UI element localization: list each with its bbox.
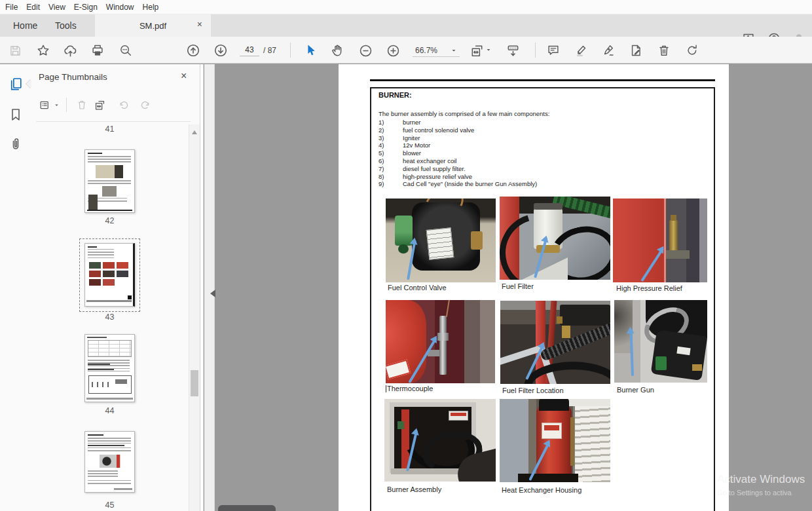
activate-windows-subtext: Go to Settings to activa — [717, 489, 792, 497]
share-cloud-icon[interactable] — [61, 41, 79, 60]
fit-width-icon[interactable] — [468, 41, 486, 60]
photo-caption: Burner Gun — [617, 386, 654, 394]
tab-tools[interactable]: Tools — [51, 14, 81, 37]
edit-pdf-icon[interactable] — [627, 41, 646, 60]
thumbnail-page-44[interactable] — [84, 334, 135, 402]
tab-bar: Home Tools SM.pdf × — [0, 14, 812, 37]
menu-bar: File Edit View E-Sign Window Help — [0, 0, 812, 14]
close-icon[interactable]: × — [181, 70, 187, 82]
next-page-icon[interactable] — [212, 41, 230, 60]
photo-caption: Burner Assembly — [387, 485, 441, 493]
panel-scrollbar[interactable] — [189, 124, 200, 511]
menu-edit[interactable]: Edit — [26, 3, 40, 12]
save-icon[interactable] — [6, 41, 24, 60]
page-scroll-icon[interactable] — [504, 41, 522, 60]
star-icon[interactable] — [34, 41, 52, 60]
page-count-label: / 87 — [263, 46, 276, 55]
thumbnails-panel-icon[interactable] — [8, 76, 25, 93]
horizontal-scrollbar-thumb[interactable] — [218, 505, 276, 511]
zoom-out-icon[interactable] — [356, 41, 375, 60]
component-list: 1)burner 2)fuel control solenoid valve 3… — [378, 119, 614, 188]
bookmarks-panel-icon[interactable] — [8, 107, 25, 124]
main-toolbar: / 87 66.7% — [0, 37, 812, 64]
delete-pages-icon[interactable] — [655, 41, 673, 60]
attachments-panel-icon[interactable] — [8, 136, 25, 153]
photo-heat-exchanger-housing — [500, 399, 610, 482]
photo-burner-assembly — [384, 399, 496, 482]
photo-caption: Fuel Filter Location — [502, 387, 564, 394]
rotate-cw-icon[interactable] — [137, 97, 153, 113]
highlight-icon[interactable] — [572, 41, 591, 60]
photo-caption: High Pressure Relief — [616, 284, 682, 292]
photo-caption: Heat Exchanger Housing — [502, 486, 581, 494]
rotate-page-icon[interactable] — [683, 41, 701, 60]
caret-down-icon — [451, 47, 457, 54]
menu-file[interactable]: File — [5, 3, 18, 12]
menu-esign[interactable]: E-Sign — [74, 3, 98, 12]
thumbnail-label-43: 43 — [84, 312, 135, 322]
thumbnail-trash-icon[interactable] — [74, 97, 90, 113]
menu-window[interactable]: Window — [106, 3, 134, 12]
toolbar-divider — [290, 43, 291, 58]
photo-fuel-control-valve — [386, 199, 496, 282]
tab-document[interactable]: SM.pdf × — [95, 14, 211, 37]
navigation-rail — [0, 64, 31, 511]
panel-title: Page Thumbnails — [39, 72, 107, 82]
photo-burner-gun — [614, 300, 707, 383]
scroll-up-icon[interactable] — [192, 128, 197, 134]
hand-tool-icon[interactable] — [328, 41, 346, 60]
zoom-in-icon[interactable] — [384, 41, 402, 60]
pointer-arrow-icon — [640, 248, 664, 282]
panel-edge — [200, 64, 204, 511]
panel-divider — [66, 98, 67, 112]
page-thumbnails-panel: Page Thumbnails × 41 42 — [31, 64, 200, 511]
thumbnail-page-42[interactable] — [84, 149, 135, 213]
print-icon[interactable] — [88, 41, 107, 60]
thumbnail-page-45[interactable] — [84, 431, 135, 493]
photo-fuel-filter — [500, 197, 610, 280]
page-number-input[interactable] — [240, 44, 259, 56]
panel-scrollbar-thumb[interactable] — [191, 370, 198, 396]
search-icon[interactable] — [117, 41, 135, 60]
comment-icon[interactable] — [544, 41, 563, 60]
pointer-arrow-icon — [629, 329, 633, 376]
activate-windows-watermark: Activate Windows — [717, 473, 805, 486]
caret-down-icon — [54, 102, 60, 108]
page-top-rule — [370, 79, 715, 81]
toolbar-divider — [535, 43, 536, 58]
thumbnail-label-44: 44 — [84, 406, 135, 415]
sign-icon[interactable] — [600, 41, 618, 60]
thumbnail-label-41: 41 — [84, 124, 135, 134]
photo-high-pressure-relief — [613, 199, 707, 282]
menu-view[interactable]: View — [48, 3, 65, 12]
acrobat-window: File Edit View E-Sign Window Help Home T… — [0, 0, 812, 511]
photo-caption: Fuel Filter — [502, 282, 534, 290]
caret-down-icon — [485, 47, 492, 53]
collapse-panel-icon[interactable] — [206, 290, 215, 297]
thumbnail-options-icon[interactable] — [37, 97, 52, 113]
previous-page-icon[interactable] — [184, 41, 202, 60]
page-heading: BURNER: — [378, 91, 412, 99]
menu-help[interactable]: Help — [143, 3, 159, 12]
rotate-ccw-icon[interactable] — [116, 97, 132, 113]
document-tab-label: SM.pdf — [139, 21, 166, 31]
photo-caption: Thermocouple — [386, 385, 433, 392]
photo-caption: Fuel Control Valve — [388, 284, 447, 292]
zoom-level-dropdown[interactable]: 66.7% — [413, 44, 460, 57]
thumbnail-toolbar — [31, 96, 200, 115]
close-icon[interactable]: × — [197, 19, 202, 29]
thumbnail-label-45: 45 — [84, 501, 135, 510]
panel-separator — [36, 121, 191, 122]
tab-home[interactable]: Home — [9, 14, 41, 37]
intro-text: The burner assembly is comprised of a fe… — [378, 110, 549, 117]
zoom-level-value: 66.7% — [415, 46, 437, 55]
text-caret — [386, 385, 386, 392]
panel-splitter[interactable] — [204, 64, 215, 511]
extract-page-icon[interactable] — [92, 97, 107, 113]
thumbnail-label-42: 42 — [84, 216, 135, 225]
pdf-page: BURNER: The burner assembly is comprised… — [339, 64, 729, 511]
photo-thermocouple — [386, 300, 495, 383]
photo-fuel-filter-location — [500, 301, 610, 384]
thumbnail-page-43[interactable] — [84, 243, 135, 307]
select-tool-icon[interactable] — [302, 41, 320, 60]
